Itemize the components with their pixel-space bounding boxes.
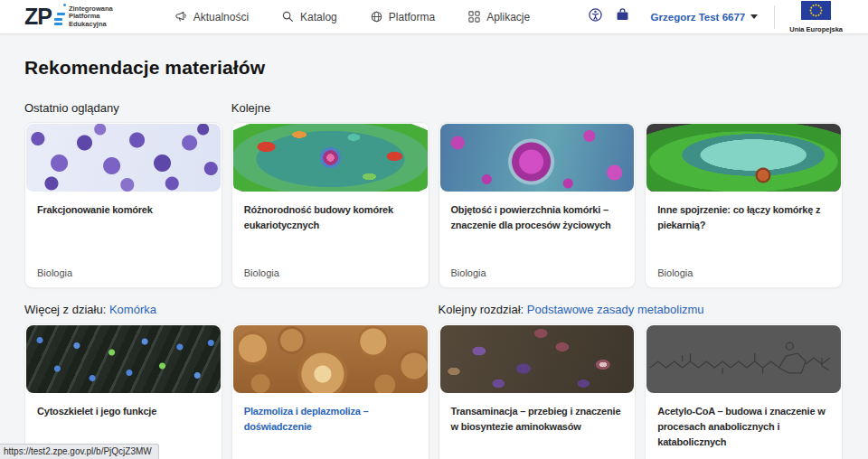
accessibility-button[interactable] [586,7,606,27]
nav-item-aktualnosci[interactable]: Aktualności [175,10,249,23]
card-title: Objętość i powierzchnia komórki – znacze… [439,192,636,233]
card-title: Inne spojrzenie: co łączy komórkę z piek… [646,192,842,233]
zpe-logo-e-icon [54,13,62,25]
header-divider [774,5,775,29]
apps-grid-icon [467,10,481,23]
chevron-down-icon [750,14,758,19]
browser-status-url-tooltip: https://test2.zpe.gov.pl/b/PjQcjZ3MW [0,444,159,459]
cards-row-2: Cytoszkielet i jego funkcje Plazmoliza i… [24,323,843,459]
cards-row-1: Frakcjonowanie komórek Biologia Różnorod… [24,122,843,288]
globe-icon [370,10,383,23]
card-title: Transaminacja – przebieg i znaczenie w b… [439,394,636,435]
card-thumbnail-plant-cell [233,124,428,192]
zpe-logo-title: Zintegrowana Platforma Edukacyjna [69,5,113,29]
card-title: Frakcjonowanie komórek [25,192,222,218]
section-labels-row-1: Ostatnio oglądany Kolejne [24,101,843,115]
zpe-logo-title-line: Edukacyjna [69,21,113,29]
main-nav: Aktualności Katalog Platforma Aplikacje [175,10,530,23]
card-thumbnail-chemical-structure [646,325,841,393]
section-label-wiecej-z-dzialu: Więcej z działu: Komórka [24,303,429,316]
user-menu[interactable]: Grzegorz Test 6677 [651,12,759,23]
material-card-objetosc[interactable]: Objętość i powierzchnia komórki – znacze… [439,122,637,288]
material-card-cytoszkielet[interactable]: Cytoszkielet i jego funkcje [24,323,222,459]
zpe-logo-mark: ZP [24,5,62,28]
card-thumbnail-fluorescence [26,325,221,393]
briefcase-icon [615,7,630,26]
nav-item-label: Aktualności [193,11,249,23]
section-link-komorka[interactable]: Komórka [109,303,156,316]
section-label-kolejne: Kolejne [231,101,843,115]
section-labels-row-2: Więcej z działu: Komórka Kolejny rozdzia… [24,303,843,316]
accessibility-icon [588,7,603,26]
nav-item-platforma[interactable]: Platforma [370,10,435,23]
zpe-logo[interactable]: ZP Zintegrowana Platforma Edukacyjna [24,5,113,29]
zpe-logo-letters: ZP [24,5,52,28]
card-subject-label: Biologia [37,267,72,278]
megaphone-icon [175,10,188,23]
briefcase-button[interactable] [613,7,633,27]
nav-item-katalog[interactable]: Katalog [281,10,337,23]
eu-logo-block: Unia Europejska [789,1,843,33]
section-label-prefix: Kolejny rozdział: [439,303,524,316]
material-card-inne-spojrzenie[interactable]: Inne spojrzenie: co łączy komórkę z piek… [645,122,843,288]
nav-item-label: Platforma [389,11,435,23]
section-label-prefix: Więcej z działu: [24,303,106,316]
user-name: Grzegorz Test 6677 [651,12,746,23]
main-content: Rekomendacje materiałów Ostatnio oglądan… [0,57,868,459]
card-title: Cytoszkielet i jego funkcje [25,394,222,419]
card-thumbnail-cell-dark [646,124,841,192]
nav-item-aplikacje[interactable]: Aplikacje [467,10,530,23]
card-thumbnail-purple-cells [26,124,221,192]
card-thumbnail-magenta-cells [440,124,635,192]
section-label-kolejny-rozdzial: Kolejny rozdział: Podstawowe zasady meta… [439,303,844,316]
card-title: Różnorodność budowy komórek eukariotyczn… [232,192,429,233]
card-thumbnail-onions [233,325,428,393]
zpe-logo-dot [63,4,66,6]
card-subject-label: Biologia [244,267,279,278]
material-card-frakcjonowanie[interactable]: Frakcjonowanie komórek Biologia [24,122,222,288]
header-right-group: Grzegorz Test 6677 Unia Europejska [586,1,843,33]
card-thumbnail-beans [440,325,635,393]
nav-item-label: Katalog [300,11,337,23]
eu-flag-icon [801,1,831,23]
section-label-ostatnio-ogladany: Ostatnio oglądany [24,101,222,115]
card-subject-label: Biologia [657,267,693,278]
material-card-acetylo-coa[interactable]: Acetylo-CoA – budowa i znaczenie w proce… [645,323,843,459]
nav-item-label: Aplikacje [486,11,530,23]
page-title: Rekomendacje materiałów [24,57,843,79]
search-icon [281,10,295,23]
top-navbar: ZP Zintegrowana Platforma Edukacyjna Akt… [0,0,868,34]
material-card-roznorodnosc[interactable]: Różnorodność budowy komórek eukariotyczn… [231,122,429,288]
card-title-hovered-link[interactable]: Plazmoliza i deplazmoliza – doświadczeni… [232,394,429,435]
material-card-transaminacja[interactable]: Transaminacja – przebieg i znaczenie w b… [439,323,637,459]
eu-flag-label: Unia Europejska [789,25,843,33]
material-card-plazmoliza[interactable]: Plazmoliza i deplazmoliza – doświadczeni… [231,323,429,459]
card-subject-label: Biologia [451,267,486,278]
card-title: Acetylo-CoA – budowa i znaczenie w proce… [646,394,842,450]
section-link-podstawowe-zasady[interactable]: Podstawowe zasady metabolizmu [527,303,704,316]
